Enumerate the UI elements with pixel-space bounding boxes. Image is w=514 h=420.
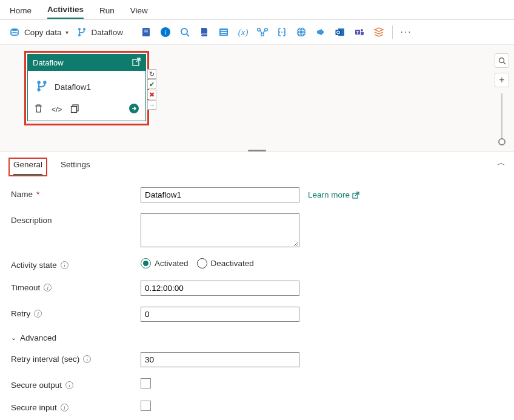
connector-loop-icon[interactable]: ↻	[147, 69, 156, 79]
svg-point-38	[499, 58, 504, 62]
teams-icon[interactable]: T	[353, 26, 365, 38]
advanced-label: Advanced	[20, 333, 56, 342]
dataflow-activity-tile[interactable]: Dataflow Dataflow1 </>	[27, 54, 146, 121]
svg-point-10	[181, 28, 187, 35]
info-icon[interactable]: i	[34, 310, 42, 318]
zoom-slider[interactable]	[501, 93, 502, 142]
svg-rect-36	[72, 106, 77, 112]
variable-icon[interactable]: (x)	[237, 26, 249, 38]
learn-more-link[interactable]: Learn more	[308, 190, 359, 199]
svg-rect-6	[144, 30, 148, 30]
top-tabstrip: Home Activities Run View	[0, 0, 514, 19]
more-icon[interactable]: ···	[400, 26, 412, 38]
connector-fail-icon[interactable]: ✖	[147, 90, 156, 99]
dataflow-button[interactable]: Dataflow	[76, 26, 124, 38]
panel-tab-general[interactable]: General	[13, 160, 42, 175]
svg-text:T: T	[356, 30, 359, 35]
svg-line-39	[503, 62, 506, 64]
list-icon[interactable]	[218, 26, 230, 38]
svg-point-21	[284, 32, 285, 33]
outlook-icon[interactable]	[334, 26, 346, 38]
status-connectors: ↻ ✔ ✖ →	[147, 69, 156, 110]
connector-completion-icon[interactable]: →	[147, 100, 156, 110]
web-icon[interactable]	[295, 26, 307, 38]
timeout-label: Timeout	[11, 283, 40, 292]
stack-icon[interactable]	[373, 26, 385, 38]
tab-home[interactable]: Home	[10, 6, 32, 19]
radio-activated[interactable]: Activated	[141, 258, 189, 268]
script-icon[interactable]	[198, 26, 210, 38]
canvas-search-button[interactable]	[495, 53, 509, 68]
run-icon[interactable]	[128, 103, 139, 116]
svg-point-20	[281, 32, 282, 33]
zoom-in-button[interactable]: +	[495, 73, 509, 87]
name-input[interactable]	[141, 187, 299, 202]
learn-more-label: Learn more	[308, 190, 350, 199]
radio-deactivated[interactable]: Deactivated	[197, 258, 254, 268]
tab-run[interactable]: Run	[99, 6, 115, 19]
required-indicator: *	[36, 190, 39, 199]
svg-point-3	[83, 28, 85, 30]
megaphone-icon[interactable]	[315, 26, 327, 38]
secure-output-label: Secure output	[11, 381, 62, 390]
tab-view[interactable]: View	[130, 6, 148, 19]
copy-data-icon	[8, 26, 21, 38]
info-icon[interactable]: i	[83, 355, 91, 363]
pipeline-icon[interactable]	[256, 26, 269, 38]
highlight-box-general-tab: General	[8, 158, 47, 176]
dataflow-branch-icon	[35, 79, 48, 95]
panel-tab-settings[interactable]: Settings	[61, 160, 90, 174]
name-label: Name	[11, 190, 33, 199]
radio-activated-label: Activated	[155, 259, 189, 268]
tile-title: Dataflow	[33, 58, 64, 67]
secure-input-label: Secure input	[11, 403, 57, 412]
highlight-box-tile: Dataflow Dataflow1 </>	[24, 51, 149, 125]
info-icon[interactable]: i	[44, 284, 52, 292]
info-icon[interactable]: i	[61, 404, 68, 412]
notebook-icon[interactable]	[140, 26, 152, 38]
clone-icon[interactable]	[70, 104, 79, 115]
copy-data-label: Copy data	[24, 28, 62, 37]
collapse-panel-icon[interactable]: ︿	[497, 158, 506, 168]
pipeline-canvas[interactable]: Dataflow Dataflow1 </>	[0, 45, 514, 151]
delete-icon[interactable]	[34, 104, 43, 115]
retry-interval-input[interactable]	[141, 352, 299, 367]
copy-data-button[interactable]: Copy data ▾	[8, 26, 68, 38]
svg-point-30	[361, 29, 363, 32]
radio-deactivated-label: Deactivated	[211, 259, 254, 268]
retry-interval-label: Retry interval (sec)	[11, 355, 79, 364]
info-icon[interactable]: i	[61, 261, 68, 269]
connector-success-icon[interactable]: ✔	[147, 79, 156, 89]
svg-rect-26	[336, 30, 341, 35]
secure-output-checkbox[interactable]	[141, 378, 151, 388]
info-icon[interactable]: i	[65, 381, 73, 389]
chevron-down-icon: ▾	[65, 29, 68, 36]
retry-label: Retry	[11, 309, 30, 318]
tile-name: Dataflow1	[55, 82, 91, 92]
chevron-down-icon: ⌄	[11, 334, 16, 342]
svg-text:i: i	[165, 28, 167, 36]
description-label: Description	[11, 216, 52, 225]
advanced-toggle[interactable]: ⌄ Advanced	[11, 333, 56, 342]
svg-rect-13	[221, 30, 227, 31]
description-input[interactable]	[141, 213, 299, 247]
activity-state-label: Activity state	[11, 261, 57, 270]
svg-point-19	[279, 32, 280, 33]
bracket-icon[interactable]	[276, 26, 288, 38]
svg-point-33	[43, 81, 46, 84]
svg-point-2	[78, 28, 81, 30]
svg-rect-7	[144, 32, 148, 32]
info-circle-icon[interactable]: i	[159, 26, 172, 38]
retry-input[interactable]	[141, 307, 299, 322]
svg-rect-15	[221, 34, 227, 35]
svg-line-11	[187, 34, 189, 36]
dataflow-branch-icon	[76, 26, 88, 38]
open-external-icon[interactable]	[132, 58, 141, 68]
timeout-input[interactable]	[141, 281, 299, 296]
secure-input-checkbox[interactable]	[141, 401, 151, 411]
tab-activities[interactable]: Activities	[47, 5, 84, 19]
svg-point-22	[297, 28, 306, 37]
code-icon[interactable]: </>	[52, 105, 62, 114]
search-icon[interactable]	[179, 26, 191, 38]
dataflow-label: Dataflow	[92, 28, 124, 37]
